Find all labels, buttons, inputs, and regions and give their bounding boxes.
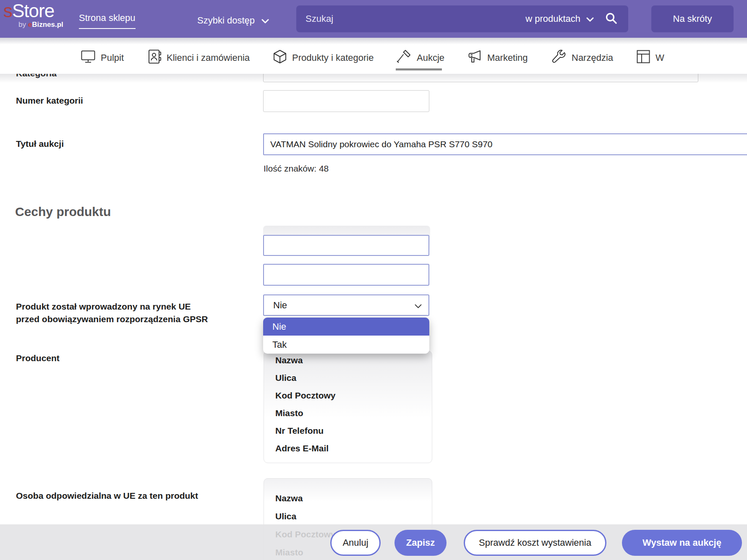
logo-byline-red: e: [28, 21, 32, 29]
shop-link[interactable]: Strona sklepu: [79, 13, 136, 29]
quick-access-menu[interactable]: Szybki dostęp: [197, 15, 269, 26]
producer-panel: Nazwa Ulica Kod Pocztowy Miasto Nr Telef…: [264, 351, 432, 463]
logo-byline-prefix: by: [18, 21, 28, 29]
layout-icon: [637, 50, 650, 66]
gpsr-label: Produkt został wprowadzony na rynek UE p…: [16, 300, 208, 326]
producer-field-label: Kod Pocztowy: [275, 391, 336, 401]
nav-item-label: Pulpit: [101, 52, 124, 63]
contacts-icon: [148, 49, 161, 66]
search-input[interactable]: [305, 13, 525, 25]
responsible-field-label: Nazwa: [275, 493, 303, 503]
nav-item-label: Aukcje: [417, 52, 444, 63]
search-icon[interactable]: [605, 12, 617, 26]
nav-item-aukcje[interactable]: Aukcje: [396, 49, 444, 67]
logo-first-letter: s: [3, 0, 12, 21]
nav-item-marketing[interactable]: Marketing: [468, 49, 528, 67]
wrench-icon: [551, 49, 566, 67]
cancel-button[interactable]: Anuluj: [330, 530, 381, 556]
category-number-label: Numer kategorii: [16, 96, 83, 106]
gpsr-label-line1: Produkt został wprowadzony na rynek UE: [16, 300, 208, 313]
producer-field-label: Adres E-Mail: [275, 443, 329, 453]
shortcuts-button[interactable]: Na skróty: [651, 5, 734, 32]
top-bar: sStore by eBiznes.pl Strona sklepu Szybk…: [0, 0, 747, 38]
nav-item-produkty[interactable]: Produkty i kategorie: [273, 49, 374, 67]
chevron-down-icon: [586, 13, 594, 24]
logo-rest: Store: [12, 0, 54, 21]
gpsr-select[interactable]: Nie: [263, 294, 429, 316]
producer-field-label: Miasto: [275, 408, 303, 418]
producer-label: Producent: [16, 353, 60, 363]
char-count: Ilość znaków: 48: [264, 164, 329, 174]
gavel-icon: [396, 49, 411, 67]
features-heading: Cechy produktu: [15, 205, 111, 219]
search-scope-select[interactable]: w produktach: [525, 13, 594, 24]
auction-title-input[interactable]: [263, 133, 747, 155]
megaphone-icon: [468, 50, 482, 66]
nav-item-label: W: [656, 52, 664, 63]
search-scope-label: w produktach: [525, 13, 580, 24]
cube-icon: [273, 49, 287, 66]
action-bar: Anuluj Zapisz Sprawdź koszt wystawienia …: [0, 524, 747, 560]
nav-item-label: Marketing: [487, 52, 528, 63]
publish-auction-button[interactable]: Wystaw na aukcję: [622, 530, 742, 556]
nav-item-pulpit[interactable]: Pulpit: [81, 49, 124, 67]
producer-field-label: Nazwa: [275, 355, 303, 365]
quick-access-label: Szybki dostęp: [197, 15, 255, 26]
logo[interactable]: sStore by eBiznes.pl: [3, 2, 63, 28]
nav-item-narzedzia[interactable]: Narzędzia: [551, 49, 613, 67]
nav-item-label: Narzędzia: [572, 52, 613, 63]
active-tab-underline: [396, 68, 442, 70]
search-bar: w produktach: [296, 5, 628, 32]
nav-item-label: Produkty i kategorie: [292, 52, 374, 63]
feature-input-2[interactable]: [263, 264, 429, 286]
main-nav: Pulpit Klienci i zamówienia Produkty i k…: [0, 38, 747, 74]
gpsr-dropdown: Nie Tak: [263, 318, 429, 354]
category-number-input[interactable]: [263, 90, 429, 112]
gpsr-option-nie[interactable]: Nie: [263, 318, 429, 336]
monitor-icon: [81, 50, 95, 66]
responsible-field-label: Ulica: [275, 511, 296, 521]
gpsr-label-line2: przed obowiązywaniem rozporządzenia GPSR: [16, 313, 208, 326]
gpsr-option-tak[interactable]: Tak: [263, 336, 429, 354]
check-cost-button[interactable]: Sprawdź koszt wystawienia: [464, 530, 606, 556]
chevron-down-icon: [261, 15, 269, 26]
feature-input-1[interactable]: [263, 235, 429, 256]
nav-item-label: Klienci i zamówienia: [167, 52, 250, 63]
logo-byline-rest: Biznes.pl: [32, 21, 63, 29]
chevron-down-icon: [415, 300, 422, 311]
nav-item-wyglad[interactable]: W: [637, 49, 664, 67]
responsible-label: Osoba odpowiedzialna w UE za ten produkt: [16, 491, 198, 501]
nav-item-klienci[interactable]: Klienci i zamówienia: [148, 49, 250, 67]
auction-title-label: Tytuł aukcji: [16, 139, 64, 149]
producer-field-label: Nr Telefonu: [275, 426, 324, 436]
gpsr-select-value: Nie: [273, 300, 287, 311]
producer-field-label: Ulica: [275, 373, 296, 383]
save-button[interactable]: Zapisz: [394, 530, 447, 556]
auction-edit-page: Kategoria Numer kategorii Tytuł aukcji I…: [0, 0, 747, 560]
